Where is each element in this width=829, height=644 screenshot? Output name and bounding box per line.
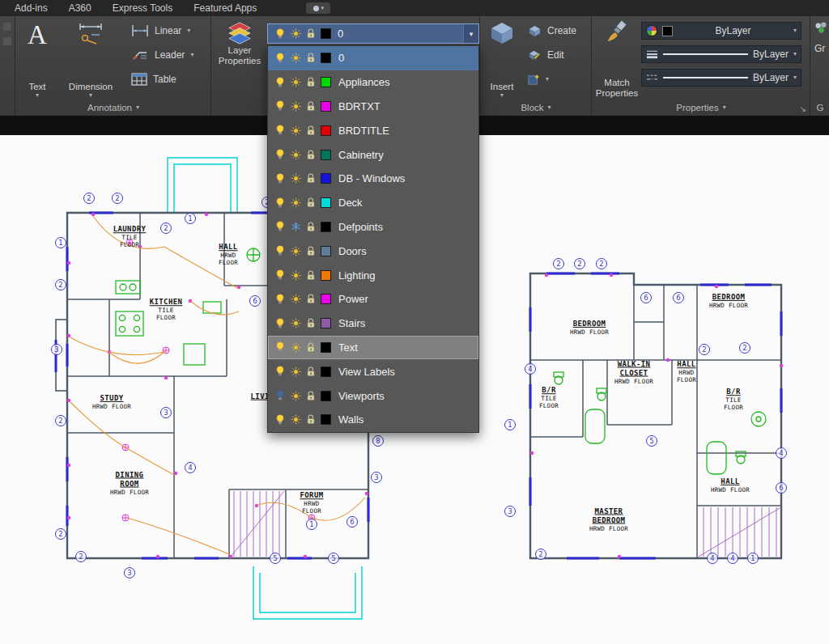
- menu-tab[interactable]: Add-ins: [4, 0, 58, 16]
- sun-icon[interactable]: [291, 246, 301, 256]
- layer-name[interactable]: Text: [338, 341, 358, 354]
- properties-panel-label[interactable]: Properties▾ ↘: [593, 99, 810, 116]
- sun-icon[interactable]: [291, 270, 301, 281]
- layer-name[interactable]: Defpoints: [338, 221, 383, 233]
- layer-name[interactable]: Deck: [338, 197, 363, 209]
- layer-name[interactable]: Viewports: [338, 390, 385, 402]
- layer-row[interactable]: Cabinetry: [268, 142, 478, 167]
- lock-icon[interactable]: [306, 270, 316, 281]
- layer-row[interactable]: Viewports: [268, 383, 478, 408]
- layer-row[interactable]: Deck: [268, 191, 478, 215]
- layer-row[interactable]: Text: [268, 336, 478, 360]
- layer-color-swatch[interactable]: [321, 270, 331, 281]
- bulb-icon[interactable]: [274, 28, 286, 40]
- layer-name[interactable]: BRDTITLE: [338, 125, 389, 137]
- bulb-icon[interactable]: [274, 100, 286, 112]
- chevron-down-icon[interactable]: ▾: [793, 28, 797, 34]
- combo-caret-button[interactable]: ▾: [463, 24, 478, 43]
- sun-icon[interactable]: [291, 125, 301, 136]
- layer-row[interactable]: 0: [268, 46, 478, 70]
- group-button-label[interactable]: Gr: [814, 43, 825, 54]
- menu-tab[interactable]: A360: [58, 0, 102, 16]
- chevron-down-icon[interactable]: ▾: [500, 92, 504, 99]
- chevron-down-icon[interactable]: ▾: [187, 28, 190, 34]
- layer-color-swatch[interactable]: [321, 391, 331, 401]
- layer-color-swatch[interactable]: [321, 101, 331, 112]
- layer-color-swatch[interactable]: [321, 150, 331, 160]
- chevron-down-icon[interactable]: ▾: [36, 92, 39, 99]
- layer-name[interactable]: Doors: [338, 245, 367, 257]
- sun-icon[interactable]: [291, 391, 301, 401]
- bulb-icon[interactable]: [274, 173, 286, 184]
- bulb-icon[interactable]: [274, 125, 286, 136]
- layer-name[interactable]: DB - Windows: [338, 172, 405, 184]
- lock-icon[interactable]: [306, 294, 316, 304]
- lock-icon[interactable]: [306, 125, 316, 136]
- lock-icon[interactable]: [306, 246, 316, 256]
- layer-color-swatch[interactable]: [321, 77, 331, 87]
- bulb-icon[interactable]: [274, 77, 286, 88]
- block-panel-label[interactable]: Block▾: [481, 99, 591, 116]
- layer-row[interactable]: Defpoints: [268, 215, 478, 239]
- chevron-down-icon[interactable]: ▾: [793, 74, 797, 81]
- bulb-icon[interactable]: [274, 366, 286, 377]
- layer-row[interactable]: Lighting: [268, 263, 478, 287]
- bulb-icon[interactable]: [274, 149, 286, 160]
- sun-icon[interactable]: [291, 173, 301, 184]
- layer-color-swatch[interactable]: [321, 125, 331, 136]
- layer-name[interactable]: Lighting: [338, 269, 376, 282]
- layer-color-swatch[interactable]: [321, 318, 331, 328]
- layer-color-swatch[interactable]: [321, 197, 331, 208]
- lock-icon[interactable]: [306, 222, 316, 232]
- sun-icon[interactable]: [291, 197, 301, 208]
- chevron-down-icon[interactable]: ▾: [89, 92, 92, 99]
- sun-icon[interactable]: [291, 53, 301, 63]
- layer-row[interactable]: Power: [268, 287, 478, 311]
- lock-icon[interactable]: [306, 414, 316, 425]
- sun-icon[interactable]: [291, 28, 301, 39]
- lock-icon[interactable]: [306, 342, 316, 353]
- sun-icon[interactable]: [291, 366, 301, 377]
- linear-button[interactable]: Linear ▾: [125, 19, 200, 43]
- layer-row[interactable]: View Labels: [268, 359, 478, 383]
- lock-icon[interactable]: [306, 101, 316, 112]
- layer-name[interactable]: 0: [338, 52, 344, 64]
- layer-name[interactable]: Cabinetry: [338, 149, 384, 161]
- object-color-dropdown[interactable]: ByLayer ▾: [641, 22, 801, 40]
- leader-button[interactable]: Leader ▾: [125, 43, 200, 67]
- bulb-icon[interactable]: [274, 390, 286, 401]
- table-button[interactable]: Table: [125, 67, 200, 91]
- share-icon[interactable]: ▾: [306, 2, 330, 14]
- layer-color-swatch[interactable]: [321, 414, 331, 425]
- layer-row[interactable]: BDRTXT: [268, 95, 478, 119]
- layer-row[interactable]: Appliances: [268, 70, 478, 95]
- layer-row[interactable]: BRDTITLE: [268, 118, 478, 142]
- bulb-icon[interactable]: [274, 414, 286, 426]
- text-button[interactable]: A Text ▾: [16, 16, 58, 99]
- lock-icon[interactable]: [306, 366, 316, 377]
- bulb-icon[interactable]: [274, 197, 286, 209]
- bulb-icon[interactable]: [274, 341, 286, 353]
- layer-name[interactable]: Walls: [338, 413, 363, 426]
- bulb-icon[interactable]: [274, 221, 286, 232]
- sun-icon[interactable]: [291, 414, 301, 425]
- bulb-icon[interactable]: [274, 245, 286, 256]
- layer-combo[interactable]: 0 ▾: [267, 23, 479, 44]
- layer-color-swatch[interactable]: [321, 53, 331, 63]
- sun-icon[interactable]: [291, 101, 301, 112]
- linetype-dropdown[interactable]: ByLayer ▾: [641, 69, 801, 87]
- lock-icon[interactable]: [306, 53, 316, 63]
- layer-row[interactable]: DB - Windows: [268, 167, 478, 191]
- dimension-button[interactable]: Dimension ▾: [58, 16, 123, 99]
- layer-properties-button[interactable]: Layer Properties: [215, 21, 264, 99]
- match-properties-button[interactable]: Match Properties: [593, 16, 641, 99]
- bulb-icon[interactable]: [274, 294, 286, 305]
- sun-icon[interactable]: [291, 150, 301, 160]
- layer-name[interactable]: Appliances: [338, 76, 390, 88]
- lock-icon[interactable]: [306, 28, 316, 39]
- layer-row[interactable]: Walls: [268, 408, 478, 432]
- layer-row[interactable]: Doors: [268, 239, 478, 263]
- lock-icon[interactable]: [306, 197, 316, 208]
- create-block-button[interactable]: Create: [523, 19, 581, 43]
- lineweight-dropdown[interactable]: ByLayer ▾: [641, 45, 801, 63]
